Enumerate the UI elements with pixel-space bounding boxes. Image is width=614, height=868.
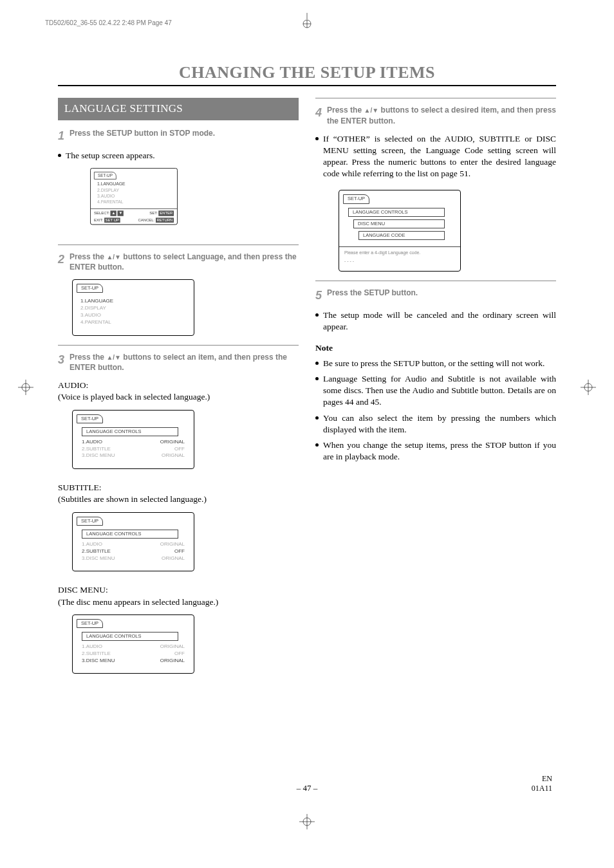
subtitle-heading: SUBTITLE:	[58, 482, 299, 494]
osd-language-code: SET-UP LANGUAGE CONTROLS DISC MENU LANGU…	[339, 190, 461, 271]
bullet-icon	[315, 137, 319, 140]
right-column: 4 Press the ▲/▼ buttons to select a desi…	[315, 98, 556, 680]
page-number: – 47 –	[297, 783, 318, 793]
step-text: Press the ▲/▼ buttons to select a desire…	[327, 105, 556, 127]
columns: LANGUAGE SETTINGS 1 Press the SETUP butt…	[58, 98, 556, 680]
left-column: LANGUAGE SETTINGS 1 Press the SETUP butt…	[58, 98, 299, 680]
osd-item: 1.LANGUAGE	[80, 298, 186, 305]
note-text: You can also select the item by pressing…	[323, 412, 556, 436]
osd-title: SET-UP	[77, 414, 103, 423]
print-header: TD502/602_36-55 02.4.22 2:48 PM Page 47	[45, 19, 172, 26]
osd-title: SET-UP	[77, 517, 103, 526]
body-text: The setup mode will be canceled and the …	[323, 309, 556, 333]
divider	[58, 245, 299, 245]
divider	[315, 281, 556, 281]
osd-dashes: - - - -	[339, 258, 460, 270]
up-down-icon: ▲/▼	[106, 254, 121, 261]
step-number: 4	[315, 105, 322, 120]
audio-caption: (Voice is played back in selected langua…	[58, 391, 299, 403]
disc-caption: (The disc menu appears in selected langu…	[58, 596, 299, 608]
note-item: You can also select the item by pressing…	[315, 412, 556, 436]
bullet-icon	[315, 443, 319, 447]
step-text: Press the SETUP button.	[327, 288, 556, 299]
body-bullet: If “OTHER” is selected on the AUDIO, SUB…	[315, 133, 556, 180]
step-5: 5 Press the SETUP button.	[315, 288, 556, 303]
bullet-icon	[315, 416, 319, 420]
osd-audio: SET-UP LANGUAGE CONTROLS 1.AUDIOORIGINAL…	[72, 410, 194, 470]
registration-mark-bottom	[299, 814, 315, 829]
osd-item: 4.PARENTAL	[80, 319, 186, 326]
osd-item: 2.DISPLAY	[80, 305, 186, 312]
osd-title: SET-UP	[343, 194, 369, 203]
step-4: 4 Press the ▲/▼ buttons to select a desi…	[315, 105, 556, 127]
bullet-icon	[58, 154, 61, 157]
subtitle-caption: (Subtitles are shown in selected languag…	[58, 494, 299, 505]
body-bullet: The setup mode will be canceled and the …	[315, 309, 556, 333]
note-text: Be sure to press the SETUP button, or th…	[323, 358, 556, 369]
osd-screenshot-2: SET-UP 1.LANGUAGE 2.DISPLAY 3.AUDIO 4.PA…	[72, 279, 194, 335]
divider	[315, 98, 556, 98]
step-number: 5	[315, 288, 322, 303]
registration-mark-top	[299, 13, 315, 28]
step-number: 1	[58, 128, 64, 143]
osd-subtitle: SET-UP LANGUAGE CONTROLS 1.AUDIOORIGINAL…	[72, 512, 194, 572]
osd-subtitle: LANGUAGE CONTROLS	[82, 427, 178, 436]
osd-disc: SET-UP LANGUAGE CONTROLS 1.AUDIOORIGINAL…	[72, 614, 194, 674]
step-3: 3 Press the ▲/▼ buttons to select an ite…	[58, 352, 299, 374]
registration-mark-right	[581, 380, 596, 395]
step-number: 2	[58, 252, 64, 267]
page-title: CHANGING THE SETUP ITEMS	[58, 63, 556, 86]
osd-msg: Please enter a 4-digit Language code.	[339, 247, 460, 258]
note-heading: Note	[315, 342, 556, 354]
note-item: Be sure to press the SETUP button, or th…	[315, 358, 556, 369]
body-text: The setup screen appears.	[66, 150, 299, 162]
audio-heading: AUDIO:	[58, 380, 299, 391]
step-text: Press the SETUP button in STOP mode.	[70, 128, 299, 139]
up-down-icon: ▲/▼	[106, 354, 121, 361]
divider	[58, 345, 299, 346]
osd-footer: SELECT: ▲ ▼ SET: ENTER	[91, 209, 177, 218]
page: TD502/602_36-55 02.4.22 2:48 PM Page 47 …	[0, 0, 614, 868]
page-code: EN 01A11	[532, 774, 552, 793]
osd-sub1: LANGUAGE CONTROLS	[348, 208, 445, 217]
note-text: Language Setting for Audio and Subtitle …	[323, 373, 556, 409]
step-2: 2 Press the ▲/▼ buttons to select Langua…	[58, 252, 299, 273]
osd-screenshot-1: SET-UP 1.LANGUAGE 2.DISPLAY 3.AUDIO 4.PA…	[90, 168, 178, 225]
bullet-icon	[315, 313, 319, 317]
note-item: When you change the setup items, press t…	[315, 439, 556, 463]
osd-sub2: DISC MENU	[353, 219, 445, 228]
osd-item: 4.PARENTAL	[97, 199, 174, 205]
bullet-icon	[315, 362, 319, 365]
osd-subtitle-bar: LANGUAGE CONTROLS	[82, 632, 178, 641]
section-header: LANGUAGE SETTINGS	[58, 98, 299, 120]
osd-footer: EXIT: SET UP CANCEL: RETURN	[91, 218, 177, 225]
registration-mark-left	[18, 380, 33, 395]
step-number: 3	[58, 352, 64, 367]
osd-title: SET-UP	[94, 172, 116, 180]
body-bullet: The setup screen appears.	[58, 150, 299, 162]
osd-title: SET-UP	[77, 284, 103, 293]
osd-sub3: LANGUAGE CODE	[358, 231, 445, 240]
osd-title: SET-UP	[77, 619, 103, 628]
osd-item: 3.AUDIO	[80, 312, 186, 319]
disc-heading: DISC MENU:	[58, 584, 299, 596]
note-text: When you change the setup items, press t…	[323, 439, 556, 463]
body-text: If “OTHER” is selected on the AUDIO, SUB…	[323, 133, 556, 180]
step-1: 1 Press the SETUP button in STOP mode.	[58, 128, 299, 143]
step-text: Press the ▲/▼ buttons to select Language…	[70, 252, 299, 273]
step-text: Press the ▲/▼ buttons to select an item,…	[70, 352, 299, 374]
bullet-icon	[315, 377, 319, 380]
osd-subtitle-bar: LANGUAGE CONTROLS	[82, 530, 178, 539]
up-down-icon: ▲/▼	[364, 107, 378, 114]
note-item: Language Setting for Audio and Subtitle …	[315, 373, 556, 409]
